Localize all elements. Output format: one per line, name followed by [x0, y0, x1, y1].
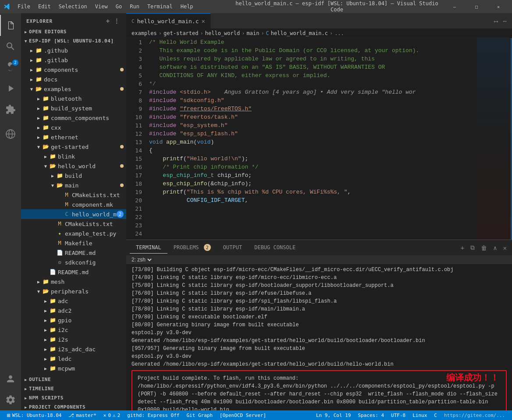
- status-line-ending[interactable]: Linux: [409, 413, 430, 418]
- folder-icon: 📁: [42, 278, 49, 285]
- tree-item-i2c[interactable]: ▶ 📁 i2c: [21, 325, 126, 335]
- tree-item-common-components[interactable]: ▶ 📁 common_components: [21, 113, 126, 123]
- tree-item-docs[interactable]: ▶ 📁 docs: [21, 74, 126, 84]
- status-spaces[interactable]: Spaces: 4: [354, 413, 388, 418]
- section-outline[interactable]: ▶ OUTLINE: [21, 375, 126, 384]
- section-esp-idf[interactable]: ▼ ESP-IDF [WSL: UBUNTU-18.04]: [21, 36, 126, 46]
- tree-item-cmakelists-hw[interactable]: ▶ M CMakeLists.txt: [21, 219, 126, 229]
- tree-item-cmakelists-main[interactable]: ▶ M CMakeLists.txt: [21, 190, 126, 200]
- close-panel-button[interactable]: ✕: [501, 243, 508, 253]
- menu-selection[interactable]: Selection: [55, 3, 91, 11]
- status-branch[interactable]: ⎇ master*: [65, 410, 100, 420]
- menu-file[interactable]: File: [14, 3, 34, 11]
- tree-item-gpio[interactable]: ▶ 📁 gpio: [21, 315, 126, 325]
- status-encoding[interactable]: UTF-8: [388, 413, 409, 418]
- breadcrumb-examples[interactable]: examples: [132, 30, 157, 36]
- status-position[interactable]: Ln 9, Col 19: [313, 413, 354, 418]
- activity-search[interactable]: [0, 36, 21, 57]
- terminal-content[interactable]: [73/80] Building C object esp-idf/micro-…: [126, 264, 512, 410]
- activity-explorer[interactable]: [0, 15, 21, 36]
- split-editor-button[interactable]: ⟷: [492, 16, 499, 26]
- section-project-components[interactable]: ▶ PROJECT COMPONENTS: [21, 402, 126, 410]
- activity-settings[interactable]: [0, 389, 21, 410]
- tree-item-adc[interactable]: ▶ 📁 adc: [21, 296, 126, 306]
- close-button[interactable]: ✕: [488, 0, 508, 13]
- tree-item-ledc[interactable]: ▶ 📁 ledc: [21, 354, 126, 364]
- tree-item-examples[interactable]: ▼ 📂 examples: [21, 84, 126, 94]
- githd-label: githd: Express Off: [127, 413, 179, 418]
- status-git-graph[interactable]: Git Graph: [183, 410, 217, 420]
- maximize-button[interactable]: □: [466, 0, 487, 13]
- status-openocd[interactable]: [OpenOCD Server]: [216, 410, 270, 420]
- breadcrumb-main[interactable]: main: [246, 30, 259, 36]
- code-editor[interactable]: /* Hello World Example This example code…: [146, 38, 477, 240]
- status-wsl[interactable]: ⊞ WSL: Ubuntu-18.04: [4, 410, 65, 420]
- more-actions-button[interactable]: ⋯: [501, 16, 508, 26]
- activity-run[interactable]: [0, 78, 21, 99]
- menu-edit[interactable]: Edit: [35, 3, 54, 11]
- folder-open-icon: 📂: [42, 143, 49, 150]
- new-folder-button[interactable]: ⋮: [113, 17, 121, 25]
- breadcrumb-more[interactable]: ...: [334, 30, 344, 36]
- tree-item-hello-world-main-c[interactable]: ▶ C hello_world_main.c 2: [21, 209, 126, 219]
- tree-item-github[interactable]: ▶ 📁 .github: [21, 46, 126, 55]
- status-language[interactable]: C: [430, 413, 441, 418]
- tree-item-ethernet[interactable]: ▶ 📁 ethernet: [21, 132, 126, 142]
- tree-item-i2s-adc-dac[interactable]: ▶ 📁 i2s_adc_dac: [21, 344, 126, 354]
- activity-remote[interactable]: [0, 124, 21, 145]
- section-open-editors[interactable]: ▶ OPEN EDITORS: [21, 27, 126, 36]
- tree-item-build-system[interactable]: ▶ 📁 build_system: [21, 103, 126, 113]
- status-githd[interactable]: githd: Express Off: [124, 410, 183, 420]
- section-npm-scripts[interactable]: ▶ NPM SCRIPTS: [21, 393, 126, 402]
- shell-selector[interactable]: 2: zsh: [130, 256, 153, 263]
- status-errors[interactable]: ✕ 0 ⚠ 2: [100, 410, 124, 420]
- menu-go[interactable]: Go: [112, 3, 125, 11]
- output-tab[interactable]: OUTPUT: [217, 242, 248, 254]
- menu-run[interactable]: Run: [126, 3, 143, 11]
- debug-console-tab[interactable]: DEBUG CONSOLE: [248, 242, 302, 254]
- activity-source-control[interactable]: 2: [0, 57, 21, 78]
- kill-terminal-button[interactable]: 🗑: [479, 243, 489, 253]
- sidebar-tree[interactable]: ▶ OPEN EDITORS ▼ ESP-IDF [WSL: UBUNTU-18…: [21, 27, 126, 410]
- tab-close-button[interactable]: ✕: [202, 18, 205, 25]
- tree-item-component-mk[interactable]: ▶ M component.mk: [21, 200, 126, 209]
- new-file-button[interactable]: +: [105, 17, 111, 25]
- status-url[interactable]: https://gitee.com/...: [441, 413, 508, 418]
- tree-item-mesh[interactable]: ▶ 📁 mesh: [21, 277, 126, 286]
- tree-item-readme-inner[interactable]: ▶ 📄 README.md: [21, 248, 126, 258]
- menu-bar: File Edit Selection View Go Run Terminal…: [14, 3, 229, 11]
- tree-item-bluetooth[interactable]: ▶ 📁 bluetooth: [21, 94, 126, 103]
- menu-terminal[interactable]: Terminal: [144, 3, 176, 11]
- editor-tab-active[interactable]: C hello_world_main.c ✕: [126, 13, 211, 28]
- tree-item-i2s[interactable]: ▶ 📁 i2s: [21, 335, 126, 344]
- tree-item-components[interactable]: ▶ 📁 components: [21, 65, 126, 74]
- tree-item-readme-outer[interactable]: ▶ 📄 README.md: [21, 267, 126, 277]
- tree-item-gitlab[interactable]: ▶ 📁 .gitlab: [21, 55, 126, 65]
- breadcrumb-hello-world[interactable]: hello_world: [205, 30, 240, 36]
- breadcrumb-filename[interactable]: hello_world_main.c: [271, 30, 328, 36]
- activity-accounts[interactable]: [0, 368, 21, 389]
- tree-item-sdkconfig[interactable]: ▶ ⚙ sdkconfig: [21, 258, 126, 267]
- tree-item-mcpwm[interactable]: ▶ 📁 mcpwm: [21, 364, 126, 373]
- new-terminal-button[interactable]: +: [459, 243, 466, 253]
- tree-item-example-test-py[interactable]: ▶ ✦ example_test.py: [21, 229, 126, 238]
- tree-item-build[interactable]: ▶ 📁 build: [21, 171, 126, 180]
- section-timeline[interactable]: ▶ TIMELINE: [21, 384, 126, 393]
- menu-view[interactable]: View: [92, 3, 111, 11]
- problems-tab[interactable]: PROBLEMS 2: [167, 241, 217, 254]
- tree-item-adc2[interactable]: ▶ 📁 adc2: [21, 306, 126, 315]
- tree-item-peripherals[interactable]: ▼ 📂 peripherals: [21, 286, 126, 296]
- activity-extensions[interactable]: [0, 99, 21, 120]
- tree-item-makefile[interactable]: ▶ M Makefile: [21, 238, 126, 248]
- terminal-tab[interactable]: TERMINAL: [130, 242, 167, 254]
- tree-item-cxx[interactable]: ▶ 📁 cxx: [21, 123, 126, 132]
- split-terminal-button[interactable]: ⧉: [469, 242, 476, 253]
- menu-help[interactable]: Help: [177, 3, 197, 11]
- tree-item-hello-world[interactable]: ▼ 📂 hello_world: [21, 161, 126, 171]
- minimize-button[interactable]: —: [444, 0, 465, 13]
- breadcrumb-get-started[interactable]: get-started: [164, 30, 198, 36]
- tree-item-blink[interactable]: ▶ 📁 blink: [21, 152, 126, 161]
- tree-item-main[interactable]: ▼ 📂 main: [21, 180, 126, 190]
- maximize-panel-button[interactable]: ∧: [491, 243, 498, 253]
- tree-item-get-started[interactable]: ▼ 📂 get-started: [21, 142, 126, 152]
